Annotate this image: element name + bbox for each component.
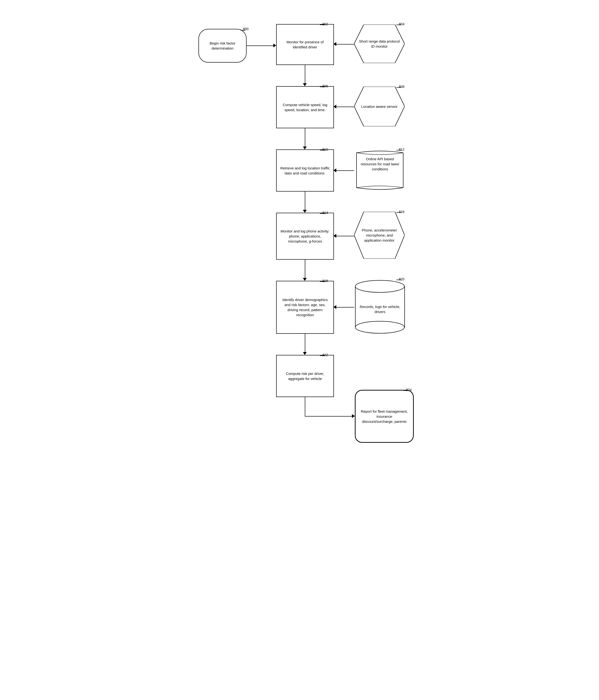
arrow-800-802 bbox=[246, 46, 274, 46]
node-812-label: Online API based resources for road laws… bbox=[361, 157, 399, 171]
label-818: 818 bbox=[322, 279, 328, 283]
svg-point-4 bbox=[355, 280, 405, 292]
node-822: Compute risk per driver, aggregate for v… bbox=[276, 355, 334, 397]
label-816: 816 bbox=[399, 210, 405, 214]
node-820: Records, logs for vehicle, drivers bbox=[354, 279, 406, 334]
node-800: Begin risk factor determination bbox=[199, 29, 246, 62]
arrow-822-824-v bbox=[305, 397, 305, 416]
node-804-label: Short range data protocol ID monitor bbox=[354, 36, 405, 51]
node-804: Short range data protocol ID monitor bbox=[354, 25, 405, 63]
arrow-818-822 bbox=[305, 334, 305, 353]
node-816-label: Phone, accelerometer microphone, and app… bbox=[354, 225, 405, 245]
arrow-814-818 bbox=[305, 260, 305, 279]
svg-point-5 bbox=[355, 321, 405, 333]
label-814: 814 bbox=[322, 211, 328, 215]
label-824: 824 bbox=[406, 388, 412, 392]
arrowhead-804-802 bbox=[333, 42, 336, 46]
arrowhead-806-810 bbox=[303, 147, 307, 149]
node-806-label: Compute vehicle speed, log speed, locati… bbox=[280, 102, 330, 112]
arrow-804-802 bbox=[335, 44, 354, 45]
arrow-806-810 bbox=[305, 128, 305, 148]
arrow-812-810 bbox=[335, 170, 354, 171]
node-808-label: Location aware sensor bbox=[357, 102, 402, 111]
arrowhead-800-802 bbox=[273, 44, 276, 47]
arrowhead-816-814 bbox=[333, 234, 336, 238]
arrowhead-808-806 bbox=[333, 105, 336, 108]
arrow-820-818 bbox=[335, 307, 354, 307]
node-824-label: Report for fleet management, insurance d… bbox=[360, 409, 408, 424]
arrow-802-806 bbox=[305, 65, 305, 84]
node-806: Compute vehicle speed, log speed, locati… bbox=[276, 86, 334, 128]
node-816: Phone, accelerometer microphone, and app… bbox=[354, 212, 405, 259]
arrowhead-820-818 bbox=[333, 305, 336, 309]
flowchart-diagram: Begin risk factor determination 800 Moni… bbox=[191, 9, 408, 659]
node-808: Location aware sensor bbox=[354, 86, 405, 126]
label-804: 804 bbox=[399, 22, 405, 26]
arrowhead-802-806 bbox=[303, 83, 307, 86]
node-810: Retrieve and log location traffic laws a… bbox=[276, 149, 334, 192]
label-820: 820 bbox=[399, 277, 405, 281]
label-806: 806 bbox=[322, 84, 328, 88]
node-824: Report for fleet management, insurance d… bbox=[355, 390, 414, 443]
node-818: Identify driver demographics and risk fa… bbox=[276, 281, 334, 334]
node-802-label: Monitor for presence of identified drive… bbox=[280, 40, 330, 50]
label-802: 802 bbox=[322, 22, 328, 26]
node-818-label: Identify driver demographics and risk fa… bbox=[280, 297, 330, 317]
node-810-label: Retrieve and log location traffic laws a… bbox=[280, 166, 330, 176]
node-814-label: Monitor and log phone activity: phone, a… bbox=[280, 229, 330, 244]
arrowhead-810-814 bbox=[303, 210, 307, 213]
node-820-label: Records, logs for vehicle, drivers bbox=[360, 305, 400, 314]
arrow-816-814 bbox=[335, 236, 354, 236]
arrowhead-818-822 bbox=[303, 352, 307, 355]
label-822: 822 bbox=[322, 353, 328, 357]
arrow-810-814 bbox=[305, 192, 305, 211]
node-814: Monitor and log phone activity: phone, a… bbox=[276, 213, 334, 260]
node-812: Online API based resources for road laws… bbox=[354, 149, 406, 191]
arrowhead-814-818 bbox=[303, 278, 307, 281]
node-802: Monitor for presence of identified drive… bbox=[276, 24, 334, 65]
label-810: 810 bbox=[322, 148, 328, 151]
arrowhead-822-824 bbox=[352, 414, 355, 418]
arrow-808-806 bbox=[335, 107, 354, 107]
node-822-label: Compute risk per driver, aggregate for v… bbox=[280, 371, 330, 381]
arrow-822-824-h bbox=[305, 416, 353, 417]
arrowhead-812-810 bbox=[333, 169, 336, 172]
label-808: 808 bbox=[399, 85, 405, 89]
node-800-label: Begin risk factor determination bbox=[203, 41, 242, 51]
